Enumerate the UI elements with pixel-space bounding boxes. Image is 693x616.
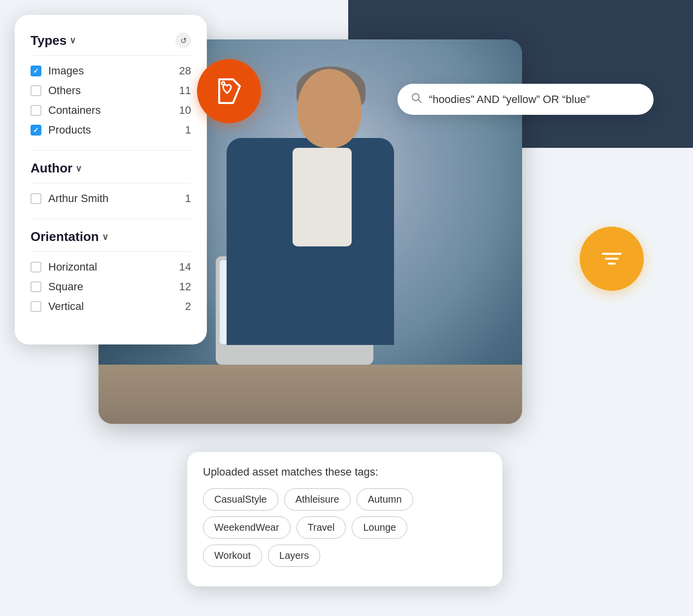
- types-title: Types ∨: [31, 33, 76, 48]
- others-count: 11: [179, 84, 191, 97]
- products-label: Products: [48, 124, 91, 137]
- images-count: 28: [179, 65, 191, 77]
- orientation-chevron-icon: ∨: [102, 232, 108, 242]
- tag-layers[interactable]: Layers: [268, 545, 320, 567]
- orientation-section: Orientation ∨ Horizontal 14 Square 12: [31, 229, 191, 313]
- filter-item-vertical: Vertical 2: [31, 300, 191, 313]
- svg-line-5: [418, 100, 421, 103]
- main-scene: Types ∨ ↺ Images 28 Others 11: [0, 0, 693, 616]
- filter-item-square: Square 12: [31, 280, 191, 293]
- filter-item-images-left: Images: [31, 65, 84, 77]
- types-section: Types ∨ ↺ Images 28 Others 11: [31, 33, 191, 137]
- arthur-count: 1: [185, 192, 191, 205]
- tag-casualstyle[interactable]: CasualStyle: [203, 488, 278, 511]
- filter-item-containers: Containers 10: [31, 104, 191, 117]
- divider-2: [31, 219, 191, 219]
- checkbox-others[interactable]: [31, 85, 41, 96]
- tag-workout[interactable]: Workout: [203, 545, 262, 567]
- man-head: [297, 69, 362, 148]
- tags-row-3: Workout Layers: [203, 545, 487, 567]
- search-bar[interactable]: “hoodies” AND “yellow” OR “blue”: [397, 84, 654, 115]
- filter-item-containers-left: Containers: [31, 104, 100, 117]
- checkbox-containers[interactable]: [31, 105, 41, 116]
- vertical-count: 2: [185, 300, 191, 313]
- tag-icon-circle: [197, 59, 261, 123]
- horizontal-count: 14: [179, 261, 191, 274]
- orientation-title: Orientation ∨: [31, 229, 108, 244]
- arthur-label: Arthur Smith: [48, 192, 108, 205]
- filter-item-products-left: Products: [31, 124, 91, 137]
- filter-item-images: Images 28: [31, 65, 191, 77]
- orientation-header: Orientation ∨: [31, 229, 191, 252]
- products-count: 1: [185, 124, 191, 137]
- types-header: Types ∨ ↺: [31, 33, 191, 56]
- divider-1: [31, 150, 191, 151]
- filter-item-square-left: Square: [31, 280, 83, 293]
- author-chevron-icon: ∨: [75, 163, 82, 174]
- types-chevron-icon: ∨: [69, 35, 76, 46]
- tag-weekendwear[interactable]: WeekendWear: [203, 516, 291, 539]
- filter-item-horizontal-left: Horizontal: [31, 261, 97, 274]
- filter-item-arthur: Arthur Smith 1: [31, 192, 191, 205]
- filter-panel: Types ∨ ↺ Images 28 Others 11: [15, 15, 207, 344]
- checkbox-horizontal[interactable]: [31, 262, 41, 273]
- tag-lounge[interactable]: Lounge: [352, 516, 407, 539]
- vertical-label: Vertical: [48, 300, 84, 313]
- author-header: Author ∨: [31, 161, 191, 183]
- filter-item-products: Products 1: [31, 124, 191, 137]
- desk: [99, 365, 522, 424]
- filter-item-others-left: Others: [31, 84, 81, 97]
- filter-item-others: Others 11: [31, 84, 191, 97]
- tag-autumn[interactable]: Autumn: [357, 488, 413, 511]
- horizontal-label: Horizontal: [48, 261, 97, 274]
- tag-athleisure[interactable]: Athleisure: [284, 488, 351, 511]
- others-label: Others: [48, 84, 81, 97]
- checkbox-products[interactable]: [31, 125, 41, 136]
- tags-panel: Uploaded asset matches these tags: Casua…: [187, 452, 502, 586]
- square-count: 12: [179, 280, 191, 293]
- containers-label: Containers: [48, 104, 100, 117]
- checkbox-square[interactable]: [31, 281, 41, 292]
- filter-item-horizontal: Horizontal 14: [31, 261, 191, 274]
- author-label: Author: [31, 161, 72, 176]
- checkbox-arthur[interactable]: [31, 193, 41, 204]
- reset-button[interactable]: ↺: [175, 33, 191, 48]
- search-query: “hoodies” AND “yellow” OR “blue”: [429, 93, 590, 106]
- tags-row-1: CasualStyle Athleisure Autumn: [203, 488, 487, 511]
- tag-heart-icon: [213, 75, 245, 107]
- square-label: Square: [48, 280, 83, 293]
- filter-item-vertical-left: Vertical: [31, 300, 84, 313]
- tags-title: Uploaded asset matches these tags:: [203, 466, 487, 479]
- author-section: Author ∨ Arthur Smith 1: [31, 161, 191, 205]
- man-shirt: [293, 148, 352, 246]
- images-label: Images: [48, 65, 84, 77]
- types-label: Types: [31, 33, 66, 48]
- search-icon: [411, 93, 422, 106]
- filter-icon-circle: [580, 227, 644, 291]
- checkbox-images[interactable]: [31, 66, 41, 76]
- checkbox-vertical[interactable]: [31, 301, 41, 312]
- filter-lines-icon: [598, 245, 626, 273]
- filter-item-arthur-left: Arthur Smith: [31, 192, 108, 205]
- tags-row-2: WeekendWear Travel Lounge: [203, 516, 487, 539]
- containers-count: 10: [179, 104, 191, 117]
- tag-travel[interactable]: Travel: [297, 516, 346, 539]
- author-title: Author ∨: [31, 161, 82, 176]
